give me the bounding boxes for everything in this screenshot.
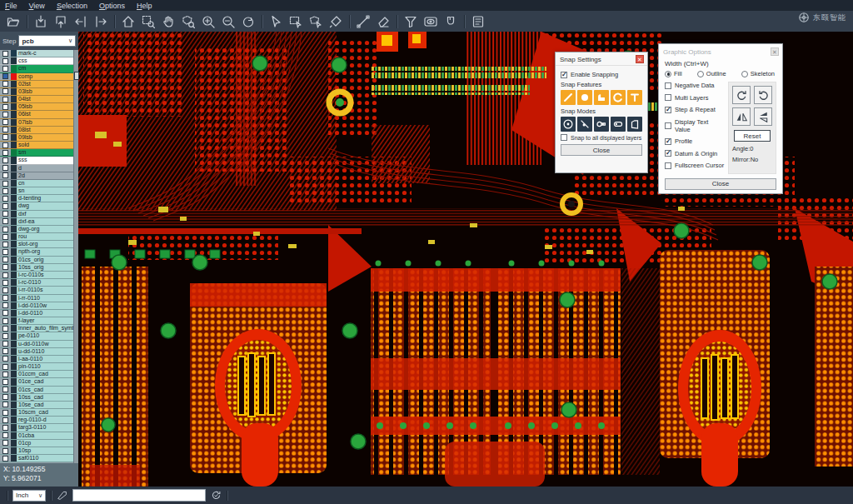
layer-view-button[interactable]	[421, 12, 441, 30]
layer-color-swatch[interactable]	[11, 103, 17, 110]
layer-row-d-tenting[interactable]: d-tenting	[0, 195, 78, 202]
layer-row-i-rc-0110[interactable]: i-rc-0110	[0, 279, 78, 287]
layer-row-01ccm_cad[interactable]: 01ccm_cad	[0, 371, 78, 378]
layer-color-swatch[interactable]	[11, 57, 17, 64]
layer-visibility-checkbox[interactable]	[0, 96, 11, 102]
menu-view[interactable]: View	[29, 2, 45, 10]
layer-row-d[interactable]: d	[0, 165, 78, 172]
layer-visibility-checkbox[interactable]	[0, 111, 11, 117]
layer-visibility-checkbox[interactable]	[0, 302, 11, 309]
layer-color-swatch[interactable]	[11, 341, 17, 347]
layer-visibility-checkbox[interactable]	[0, 363, 11, 370]
layer-visibility-checkbox[interactable]	[0, 233, 11, 240]
layer-color-swatch[interactable]	[11, 149, 17, 156]
layer-row-cn[interactable]: cn	[0, 180, 78, 187]
snap-dialog-titlebar[interactable]: Snap Settings ✕	[556, 52, 647, 66]
import-button[interactable]	[31, 12, 51, 30]
layer-row-dwg-org[interactable]: dwg-org	[0, 226, 78, 233]
layer-color-swatch[interactable]	[11, 447, 17, 454]
zoom-previous-button[interactable]	[238, 12, 258, 30]
layer-color-swatch[interactable]	[11, 279, 17, 286]
layer-color-swatch[interactable]	[11, 378, 17, 385]
layer-color-swatch[interactable]	[11, 241, 17, 247]
layer-visibility-checkbox[interactable]	[0, 394, 11, 401]
layer-row-slot-org[interactable]: slot-org	[0, 241, 78, 248]
layer-visibility-checkbox[interactable]	[0, 81, 11, 87]
layer-visibility-checkbox[interactable]	[0, 356, 11, 362]
layer-visibility-checkbox[interactable]	[0, 295, 11, 302]
layer-row-reg-0110-d[interactable]: reg-0110-d	[0, 417, 78, 424]
layer-color-swatch[interactable]	[11, 50, 17, 57]
menu-selection[interactable]: Selection	[57, 2, 87, 10]
snap-center-button[interactable]	[561, 117, 576, 132]
layer-color-swatch[interactable]	[11, 88, 17, 95]
highlight-brush-button[interactable]	[326, 12, 346, 30]
layer-row-saf0110[interactable]: saf0110	[0, 455, 78, 462]
checkbox-datum-origin[interactable]: Datum & Origin	[665, 150, 725, 157]
layer-row-i-aa-0110[interactable]: i-aa-0110	[0, 356, 78, 363]
layer-color-swatch[interactable]	[11, 348, 17, 355]
menu-options[interactable]: Options	[99, 2, 125, 10]
layer-color-swatch[interactable]	[11, 363, 17, 370]
layer-visibility-checkbox[interactable]	[0, 195, 11, 202]
layer-color-swatch[interactable]	[11, 180, 17, 187]
checkbox-step-repeat[interactable]: Step & Repeat	[665, 106, 725, 113]
snap-closest-point-button[interactable]	[577, 117, 592, 132]
layer-row-02lst[interactable]: 02lst	[0, 81, 78, 88]
layer-color-swatch[interactable]	[11, 387, 17, 393]
select-button[interactable]	[266, 12, 286, 30]
layer-visibility-checkbox[interactable]	[0, 279, 11, 286]
zoom-in-button[interactable]	[198, 12, 218, 30]
layer-visibility-checkbox[interactable]	[0, 65, 11, 72]
layer-row-inner_auto_film_symb[interactable]: inner_auto_film_symb	[0, 325, 78, 332]
layer-row-targ3-0110[interactable]: targ3-0110	[0, 424, 78, 432]
layer-visibility-checkbox[interactable]	[0, 57, 11, 64]
snap-arc-button[interactable]	[611, 90, 626, 105]
layer-visibility-checkbox[interactable]	[0, 103, 11, 110]
layer-row-dxf-ea[interactable]: dxf-ea	[0, 218, 78, 226]
export-button[interactable]	[51, 12, 71, 30]
layer-color-swatch[interactable]	[11, 127, 17, 133]
layer-color-swatch[interactable]	[11, 73, 17, 80]
layer-row-comp[interactable]: comp	[0, 73, 78, 81]
layer-visibility-checkbox[interactable]	[0, 371, 11, 377]
pan-button[interactable]	[158, 12, 178, 30]
layer-color-swatch[interactable]	[11, 65, 17, 72]
layer-visibility-checkbox[interactable]	[0, 341, 11, 347]
layer-visibility-checkbox[interactable]	[0, 409, 11, 416]
page-left-button[interactable]	[71, 12, 91, 30]
graphic-dialog-titlebar[interactable]: Graphic Options ✕	[659, 44, 782, 57]
layer-row-pe-0110[interactable]: pe-0110	[0, 332, 78, 340]
layer-visibility-checkbox[interactable]	[0, 172, 11, 179]
layer-visibility-checkbox[interactable]	[0, 417, 11, 423]
layer-row-i-dd-0110[interactable]: i-dd-0110	[0, 310, 78, 317]
layer-visibility-checkbox[interactable]	[0, 332, 11, 339]
layer-color-swatch[interactable]	[11, 302, 17, 309]
layer-visibility-checkbox[interactable]	[0, 440, 11, 447]
layer-color-swatch[interactable]	[11, 424, 17, 431]
close-icon[interactable]: ✕	[636, 55, 644, 63]
layer-visibility-checkbox[interactable]	[0, 157, 11, 163]
layer-visibility-checkbox[interactable]	[0, 310, 11, 317]
layer-row-01cba[interactable]: 01cba	[0, 432, 78, 440]
layer-list-scrollbar[interactable]	[73, 50, 78, 463]
layer-visibility-checkbox[interactable]	[0, 287, 11, 293]
layer-visibility-checkbox[interactable]	[0, 241, 11, 247]
rotate-cw-button[interactable]	[732, 86, 751, 104]
layer-row-i-rr-0110[interactable]: i-rr-0110	[0, 295, 78, 302]
layer-visibility-checkbox[interactable]	[0, 180, 11, 187]
layer-visibility-checkbox[interactable]	[0, 202, 11, 209]
layer-row-10scm_cad[interactable]: 10scm_cad	[0, 409, 78, 417]
reset-button[interactable]: Reset	[734, 130, 771, 142]
layer-color-swatch[interactable]	[11, 233, 17, 240]
layer-color-swatch[interactable]	[11, 96, 17, 102]
layer-row-pin-0110[interactable]: pin-0110	[0, 363, 78, 371]
layer-color-swatch[interactable]	[11, 119, 17, 126]
layer-color-swatch[interactable]	[11, 295, 17, 302]
layer-color-swatch[interactable]	[11, 317, 17, 324]
enable-snapping-checkbox[interactable]: Enable Snapping	[561, 71, 642, 78]
layer-row-04lst[interactable]: 04lst	[0, 96, 78, 103]
menu-file[interactable]: File	[5, 2, 17, 10]
snap-text-button[interactable]	[627, 90, 642, 105]
zoom-out-button[interactable]	[218, 12, 238, 30]
